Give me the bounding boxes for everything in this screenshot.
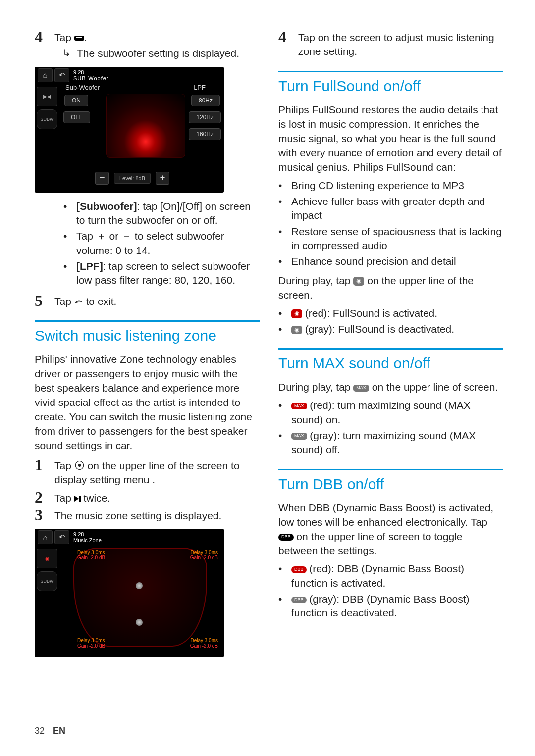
screen-time: 9:28 <box>73 531 102 537</box>
right-step-4: 4 Tap on the screen to adjust music list… <box>278 29 503 59</box>
step-number: 3 <box>35 507 46 523</box>
lpf-120-button[interactable]: 120Hz <box>189 111 221 123</box>
step-number: 2 <box>35 489 46 505</box>
zone-label-bl: Delay 3.0msGain -2.0 dB <box>77 638 105 649</box>
dbb-icon: DBB <box>278 534 294 541</box>
car-outline <box>73 548 207 647</box>
step-5-text: Tap ⤺ to exit. <box>54 293 260 308</box>
zone-paragraph: Philips' innovative Zone technology enab… <box>35 353 260 453</box>
max-during: During play, tap MAX on the upper line o… <box>278 380 503 395</box>
result-arrow-icon: ↳ <box>62 47 71 60</box>
max-icon-gray: MAX <box>291 433 307 440</box>
fullsound-icon-red: ◉ <box>291 309 302 318</box>
right-step-4-text: Tap on the screen to adjust music listen… <box>298 29 503 59</box>
bullet-volume: Tap ＋ or － to select subwoofer volume: 0… <box>76 229 260 257</box>
step-number: 4 <box>278 29 289 59</box>
back-icon[interactable]: ↶ <box>54 530 69 544</box>
bullet-subwoofer: [Subwoofer]: tap [On]/[Off] on screen to… <box>76 200 260 228</box>
fullsound-states: •◉ (red): FullSound is activated. •◉ (gr… <box>278 306 503 337</box>
fullsound-during: During play, tap ◉ on the upper line of … <box>278 274 503 302</box>
zone-section-title: Switch music listening zone <box>35 320 260 345</box>
lpf-160-button[interactable]: 160Hz <box>189 128 221 140</box>
fs-state-red: ◉ (red): FullSound is activated. <box>291 306 437 320</box>
screen-time: 9:28 <box>73 69 109 75</box>
home-icon[interactable]: ⌂ <box>38 530 53 544</box>
fs-bullet: Restore sense of spaciousness that is la… <box>291 225 503 253</box>
zone-step-1: 1 Tap ⦿ on the upper line of the screen … <box>35 457 260 487</box>
subwoofer-screenshot: ⌂ ↶ 9:28 SUB-Woofer ▶◀ SUBW Sub-Woofer L… <box>35 67 224 193</box>
dbb-states: •DBB (red): DBB (Dynamic Bass Boost) fun… <box>278 562 503 620</box>
speaker-graphic <box>106 94 185 158</box>
zone-step-3: 3 The music zone setting is displayed. <box>35 507 260 523</box>
step-number: 4 <box>35 29 46 61</box>
left-step-5: 5 Tap ⤺ to exit. <box>35 293 260 308</box>
right-column: 4 Tap on the screen to adjust music list… <box>278 29 503 664</box>
musiczone-screenshot: ⌂ ↶ 9:28 Music Zone ◉ SUBW Delay 3.0msGa… <box>35 529 224 657</box>
prev-next-icon[interactable]: ▶◀ <box>37 87 57 106</box>
home-icon[interactable]: ⌂ <box>38 68 53 82</box>
zone-label-tl: Delay 3.0msGain -2.0 dB <box>77 550 105 560</box>
zone-step-2: 2 Tap twice. <box>35 489 260 505</box>
dbb-state-red: DBB (red): DBB (Dynamic Bass Boost) func… <box>291 562 503 590</box>
page-footer: 32 EN <box>35 726 65 736</box>
dbb-icon-red: DBB <box>291 566 307 573</box>
dbb-section-title: Turn DBB on/off <box>278 469 503 493</box>
screen-title: SUB-Woofer <box>73 75 109 81</box>
fullsound-section-title: Turn FullSound on/off <box>278 71 503 95</box>
fs-bullet: Enhance sound precision and detail <box>291 254 456 268</box>
plus-button[interactable]: + <box>156 172 169 185</box>
subwoofer-icon <box>74 36 84 41</box>
back-icon[interactable]: ↶ <box>54 68 69 82</box>
max-states: •MAX (red): turn maximizing sound (MAX s… <box>278 399 503 456</box>
fs-bullet: Bring CD listening experience to MP3 <box>291 179 464 193</box>
zone-label-tr: Delay 3.0msGain -2.0 dB <box>190 550 218 560</box>
minus-button[interactable]: − <box>95 172 109 185</box>
screen-title: Music Zone <box>73 537 102 543</box>
fs-bullet: Achieve fuller bass with greater depth a… <box>291 195 503 223</box>
step-number: 5 <box>35 293 46 308</box>
level-display: Level: 8dB <box>114 173 151 184</box>
left-step-4: 4 Tap . ↳ The subwoofer setting is displ… <box>35 29 260 61</box>
zone-label-br: Delay 3.0msGain -2.0 dB <box>190 638 218 649</box>
subw-button[interactable]: SUBW <box>37 571 57 591</box>
left-column: 4 Tap . ↳ The subwoofer setting is displ… <box>35 29 260 664</box>
page-lang: EN <box>53 726 65 736</box>
fullsound-icon: ◉ <box>353 277 364 286</box>
zone-step-3-text: The music zone setting is displayed. <box>54 507 260 523</box>
on-button[interactable]: ON <box>64 95 88 106</box>
lpf-label: LPF <box>194 84 206 91</box>
max-section-title: Turn MAX sound on/off <box>278 348 503 372</box>
subw-button[interactable]: SUBW <box>37 109 57 129</box>
zone-step-1-text: Tap ⦿ on the upper line of the screen to… <box>54 457 260 487</box>
max-icon-red: MAX <box>291 403 307 410</box>
zone-step-2-text: Tap twice. <box>54 489 260 505</box>
fs-state-gray: ◉ (gray): FullSound is deactivated. <box>291 322 454 336</box>
step-4-sub: The subwoofer setting is displayed. <box>77 47 239 60</box>
page-number: 32 <box>35 726 45 736</box>
zone-icon[interactable]: ◉ <box>37 549 57 568</box>
dbb-paragraph: When DBB (Dynamic Bass Boost) is activat… <box>278 501 503 558</box>
max-state-red: MAX (red): turn maximizing sound (MAX so… <box>291 399 503 427</box>
off-button[interactable]: OFF <box>63 111 90 123</box>
dbb-state-gray: DBB (gray): DBB (Dynamic Bass Boost) fun… <box>291 592 503 620</box>
step-4-text: Tap <box>54 32 71 43</box>
max-icon: MAX <box>353 385 369 392</box>
subwoofer-label: Sub-Woofer <box>65 84 100 91</box>
subwoofer-bullets: •[Subwoofer]: tap [On]/[Off] on screen t… <box>63 200 260 288</box>
fullsound-paragraph: Philips FullSound restores the audio det… <box>278 103 503 175</box>
lpf-80-button[interactable]: 80Hz <box>191 95 220 106</box>
bullet-lpf: [LPF]: tap screen to select subwoofer lo… <box>76 259 260 288</box>
fullsound-bullets: •Bring CD listening experience to MP3 •A… <box>278 179 503 269</box>
dbb-icon-gray: DBB <box>291 597 307 604</box>
step-number: 1 <box>35 457 46 487</box>
max-state-gray: MAX (gray): turn maximizing sound (MAX s… <box>291 429 503 457</box>
fullsound-icon-gray: ◉ <box>291 326 302 335</box>
